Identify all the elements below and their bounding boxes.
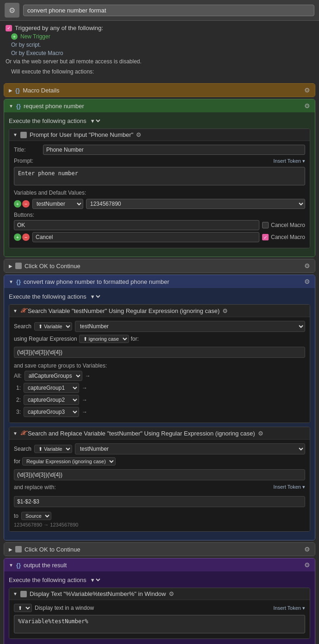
- case-select[interactable]: ⬆ ignoring case: [79, 335, 129, 343]
- search-replace-gear-icon[interactable]: ⚙: [258, 430, 264, 437]
- display-value-textarea[interactable]: %Variable%testNumber%: [14, 615, 305, 633]
- add-cancel-button[interactable]: +: [14, 233, 21, 241]
- output-header[interactable]: ▼ {} output the result ⚙: [4, 558, 315, 571]
- arrow-right-2-icon: →: [82, 397, 87, 403]
- search-replace-inner-block: ▼ 𝒳 Search and Replace Variable "testNum…: [9, 427, 310, 532]
- search-var-inner-block: ▼ 𝒳 Search Variable "testNumber" Using R…: [9, 304, 310, 423]
- click-ok-1-block: ▶ Click OK to Continue ⚙: [4, 259, 315, 273]
- display-type-select[interactable]: ⬆: [14, 604, 32, 612]
- convert-gear-icon[interactable]: ⚙: [304, 278, 310, 285]
- click-ok-1-header[interactable]: ▶ Click OK to Continue ⚙: [4, 259, 315, 272]
- request-phone-block: ▼ {} request phone number ⚙ Execute the …: [4, 99, 315, 257]
- output-triangle-icon: ▼: [9, 563, 13, 568]
- cancel-cancel-checkbox[interactable]: ✓: [262, 234, 269, 240]
- prompt-inner-body: Title: Prompt: Insert Token ▾ Enter phon…: [9, 141, 310, 248]
- replace-type-select[interactable]: ⬆ Variable: [34, 445, 72, 453]
- all-index-label: All:: [14, 373, 22, 379]
- remove-cancel-button[interactable]: −: [22, 233, 30, 241]
- capture2-index-label: 2:: [14, 397, 21, 403]
- capture3-select[interactable]: captureGroup3: [24, 407, 79, 417]
- request-phone-gear-icon[interactable]: ⚙: [304, 102, 310, 110]
- output-gear-icon[interactable]: ⚙: [304, 561, 310, 569]
- to-source-row: to Source: [14, 512, 305, 520]
- source-select[interactable]: Source: [21, 512, 51, 520]
- curly-brace-icon: {}: [16, 103, 21, 110]
- trigger-checkbox[interactable]: ✓: [6, 25, 12, 31]
- search-var-select[interactable]: testNumber: [75, 321, 305, 332]
- prompt-collapse-icon: ▼: [13, 132, 18, 137]
- remove-variable-button[interactable]: −: [22, 200, 30, 208]
- cancel-plus-minus: + −: [14, 233, 30, 241]
- search-regex-input[interactable]: [14, 347, 305, 358]
- search-replace-regex-icon: 𝒳: [20, 429, 25, 437]
- ok-cancel-checkbox[interactable]: [262, 222, 269, 228]
- click-ok-1-window-icon: [15, 263, 22, 269]
- add-variable-button[interactable]: +: [14, 200, 21, 208]
- search-replace-header[interactable]: ▼ 𝒳 Search and Replace Variable "testNum…: [9, 427, 310, 440]
- search-var-header[interactable]: ▼ 𝒳 Search Variable "testNumber" Using R…: [9, 305, 310, 317]
- or-script-row: Or by script.: [6, 42, 313, 48]
- macro-title-input[interactable]: [23, 5, 314, 16]
- replace-with-label: and replace with:: [14, 484, 56, 491]
- variable-row: + − testNumber 1234567890: [14, 199, 305, 209]
- display-text-inner-block: ▼ Display Text "%Variable%testNumber%" i…: [9, 588, 310, 639]
- macro-details-gear-icon[interactable]: ⚙: [304, 86, 310, 94]
- insert-token-button-prompt[interactable]: Insert Token ▾: [273, 158, 305, 164]
- ok-button-row: Cancel Macro: [14, 220, 305, 230]
- search-var-gear-icon[interactable]: ⚙: [222, 307, 228, 314]
- search-replace-body: Search ⬆ Variable testNumber for Regular…: [9, 440, 310, 531]
- prompt-textarea[interactable]: Enter phone number: [14, 167, 305, 185]
- capture1-select[interactable]: captureGroup1: [24, 383, 79, 393]
- execute-dropdown-request[interactable]: ▾: [89, 117, 102, 125]
- to-label: to: [14, 513, 18, 519]
- or-script-link[interactable]: Or by script.: [11, 42, 41, 48]
- all-capture-select[interactable]: allCaptureGroups: [25, 371, 82, 381]
- var-value-select[interactable]: 1234567890: [86, 199, 305, 209]
- display-text-gear-icon[interactable]: ⚙: [169, 590, 174, 597]
- using-label: using Regular Expression: [14, 336, 77, 342]
- convert-label: convert raw phone number to formatted ph…: [24, 278, 169, 285]
- title-input[interactable]: [43, 145, 305, 155]
- prompt-inner-header[interactable]: ▼ Prompt for User Input "Phone Number" ⚙: [9, 129, 310, 141]
- execute-dropdown-convert[interactable]: ▾: [89, 293, 102, 301]
- execute-dropdown-output[interactable]: ▾: [89, 576, 102, 584]
- insert-token-replace[interactable]: Insert Token ▾: [273, 484, 305, 490]
- convert-body: Execute the following actions ▾ ▼ 𝒳 Sear…: [4, 288, 315, 540]
- capture1-row: 1: captureGroup1 →: [14, 383, 305, 393]
- convert-header[interactable]: ▼ {} convert raw phone number to formatt…: [4, 275, 315, 288]
- insert-token-display[interactable]: Insert Token ▾: [273, 605, 305, 611]
- display-text-header[interactable]: ▼ Display Text "%Variable%testNumber%" i…: [9, 588, 310, 600]
- prompt-gear-icon[interactable]: ⚙: [136, 131, 141, 138]
- replace-var-select[interactable]: testNumber: [75, 443, 305, 454]
- app-icon: ⚙: [5, 3, 19, 18]
- ok-button-input[interactable]: [14, 220, 259, 230]
- output-label: output the result: [24, 562, 67, 569]
- var-name-select[interactable]: testNumber: [32, 199, 83, 209]
- capture3-row: 3: captureGroup3 →: [14, 407, 305, 417]
- using-regex-row: using Regular Expression ⬆ ignoring case…: [14, 335, 305, 343]
- variables-label: Variables and Default Values:: [14, 190, 305, 196]
- click-ok-2-header[interactable]: ▶ Click OK to Continue ⚙: [4, 543, 315, 556]
- or-execute-row: Or by Execute Macro: [6, 50, 313, 56]
- capture2-select[interactable]: captureGroup2: [24, 395, 79, 405]
- or-execute-link[interactable]: Or by Execute Macro: [11, 50, 63, 56]
- save-groups-label: and save capture groups to Variables:: [14, 362, 305, 369]
- new-trigger-plus-icon[interactable]: +: [11, 33, 18, 40]
- regex-type-select[interactable]: Regular Expression (ignoring case): [22, 457, 116, 466]
- replace-with-input[interactable]: [14, 496, 305, 507]
- title-field-row: Title:: [14, 145, 305, 155]
- new-trigger-button[interactable]: New Trigger: [20, 33, 50, 40]
- request-phone-header[interactable]: ▼ {} request phone number ⚙: [4, 99, 315, 112]
- header-bar: ⚙: [0, 0, 319, 21]
- macro-details-block: ▶ {} Macro Details ⚙: [4, 83, 315, 97]
- cancel-button-input[interactable]: [32, 232, 259, 242]
- new-trigger-row: + New Trigger: [6, 33, 313, 40]
- macro-details-header[interactable]: ▶ {} Macro Details ⚙: [4, 84, 315, 97]
- replace-regex-input[interactable]: [14, 469, 305, 480]
- buttons-label: Buttons:: [14, 212, 305, 218]
- capture-all-row: All: allCaptureGroups →: [14, 371, 305, 381]
- search-type-select[interactable]: ⬆ Variable: [34, 322, 72, 331]
- click-ok-1-gear-icon[interactable]: ⚙: [304, 262, 310, 270]
- execute-row-convert: Execute the following actions ▾: [9, 291, 310, 304]
- click-ok-2-gear-icon[interactable]: ⚙: [304, 546, 310, 553]
